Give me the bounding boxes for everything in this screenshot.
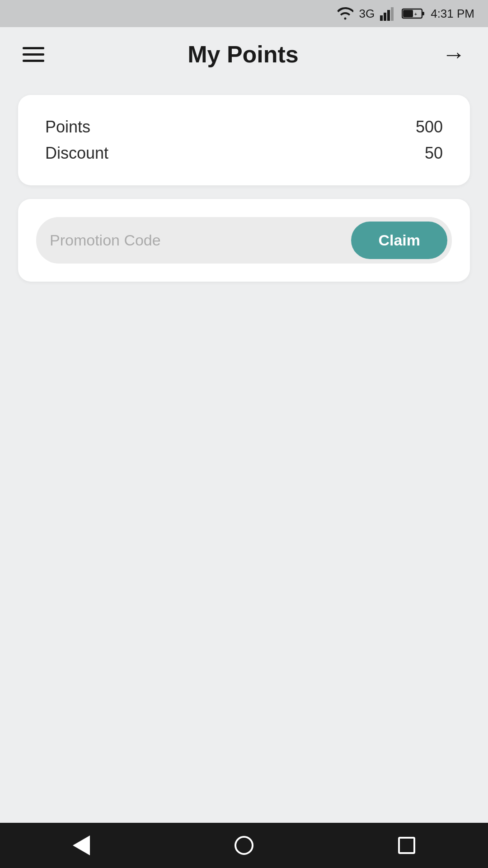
points-card: Points 500 Discount 50 [18, 95, 470, 185]
svg-rect-2 [387, 10, 390, 21]
recent-icon [398, 837, 415, 854]
back-button[interactable] [63, 827, 99, 863]
points-value: 500 [416, 118, 443, 137]
forward-button[interactable]: → [442, 42, 465, 66]
svg-text:+: + [414, 12, 417, 17]
home-button[interactable] [226, 827, 262, 863]
main-content: Points 500 Discount 50 Claim [0, 81, 488, 823]
status-bar: 3G + 4:31 PM [0, 0, 488, 27]
discount-row: Discount 50 [45, 144, 443, 163]
svg-rect-3 [391, 7, 394, 21]
discount-value: 50 [425, 144, 443, 163]
svg-rect-1 [384, 13, 386, 21]
claim-button[interactable]: Claim [351, 222, 447, 259]
promotion-card: Claim [18, 199, 470, 282]
svg-rect-6 [422, 12, 424, 15]
promotion-input-wrapper: Claim [36, 217, 452, 264]
recent-apps-button[interactable] [389, 827, 425, 863]
svg-rect-0 [380, 15, 383, 21]
discount-label: Discount [45, 144, 108, 163]
bottom-navigation [0, 823, 488, 868]
svg-rect-5 [403, 10, 413, 17]
back-icon [73, 835, 90, 855]
battery-icon: + [402, 7, 425, 20]
hamburger-line-3 [23, 60, 44, 62]
network-type: 3G [359, 7, 375, 21]
time-display: 4:31 PM [431, 7, 474, 21]
home-icon [235, 836, 253, 855]
points-row: Points 500 [45, 118, 443, 137]
signal-icon [380, 6, 396, 21]
promotion-code-input[interactable] [50, 231, 344, 249]
hamburger-line-2 [23, 53, 44, 56]
menu-button[interactable] [23, 47, 44, 62]
hamburger-line-1 [23, 47, 44, 49]
wifi-icon [337, 7, 353, 20]
points-label: Points [45, 118, 90, 137]
top-navigation: My Points → [0, 27, 488, 81]
page-title: My Points [188, 41, 299, 68]
